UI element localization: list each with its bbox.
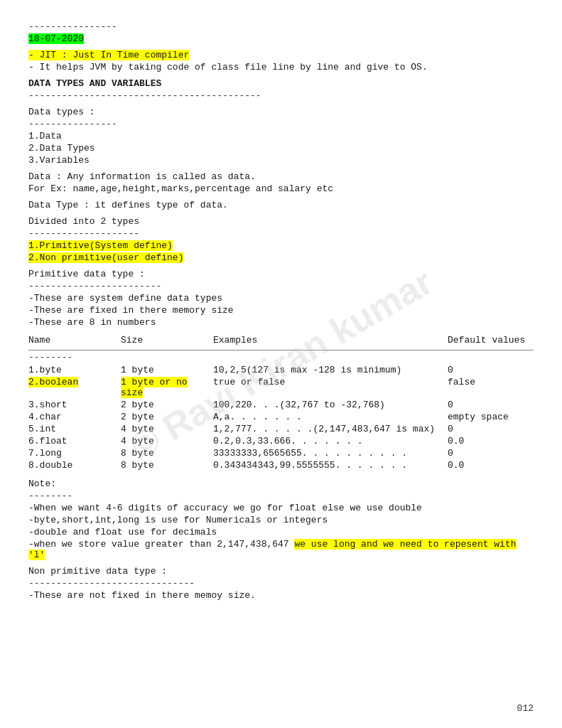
data-type-desc: Data Type : it defines type of data.: [28, 200, 534, 210]
section-title: DATA TYPES AND VARIABLES: [28, 78, 534, 89]
col-name: Name: [28, 333, 121, 347]
cell-examples: true or false: [213, 376, 448, 399]
jit-highlight: - JIT : Just In Time compiler: [28, 50, 189, 60]
cell-size: 1 byte or no size: [121, 376, 213, 399]
table-full-separator: [28, 350, 534, 350]
table-row: 2.boolean 1 byte or no size true or fals…: [28, 376, 534, 399]
cell-name: 2.boolean: [28, 376, 121, 399]
cell-default: 0.0: [448, 435, 534, 447]
jit-label: - JIT : Just In Time compiler: [28, 50, 534, 60]
page-number: 012: [517, 703, 534, 714]
primitive-desc-1: -These are system define data types: [28, 293, 534, 304]
cell-examples: 1,2,777. . . . . .(2,147,483,647 is max): [213, 423, 448, 435]
col-size: Size: [121, 333, 213, 347]
top-separator: ----------------: [28, 21, 534, 32]
non-primitive-highlight: 2.Non primitive(user define): [28, 252, 183, 263]
divided-separator: --------------------: [28, 228, 534, 239]
cell-size: 4 byte: [121, 435, 213, 447]
primitive-separator: ------------------------: [28, 281, 534, 291]
note-item-4: -when we store value greater than 2,147,…: [28, 539, 534, 560]
cell-examples: 10,2,5(127 is max -128 is minimum): [213, 364, 448, 376]
cell-name: 4.char: [28, 411, 121, 423]
table-row: 3.short 2 byte 100,220. . .(32,767 to -3…: [28, 399, 534, 411]
cell-default: 0: [448, 423, 534, 435]
primitive-desc-3: -These are 8 in numbers: [28, 317, 534, 328]
cell-name: 1.byte: [28, 364, 121, 376]
cell-default: empty space: [448, 411, 534, 423]
note-item-2: -byte,short,int,long is use for Numerica…: [28, 515, 534, 525]
cell-default: false: [448, 376, 534, 399]
non-primitive-data-desc: -These are not fixed in there memoy size…: [28, 590, 534, 601]
table-short-sep: --------: [28, 352, 534, 363]
table-row: 8.double 8 byte 0.343434343,99.5555555. …: [28, 459, 534, 471]
non-primitive-label: 2.Non primitive(user define): [28, 252, 534, 263]
col-examples: Examples: [213, 333, 448, 347]
non-primitive-data-separator: ------------------------------: [28, 578, 534, 589]
note-item-3: -double and float use for decimals: [28, 527, 534, 537]
data-types-separator: ----------------: [28, 119, 534, 129]
cell-size: 2 byte: [121, 411, 213, 423]
cell-examples: 0.2,0.3,33.666. . . . . . .: [213, 435, 448, 447]
note-separator: --------: [28, 491, 534, 501]
data-types-label: Data types :: [28, 107, 534, 117]
jit-description: - It helps JVM by taking code of class f…: [28, 62, 534, 73]
cell-name: 3.short: [28, 399, 121, 411]
cell-size: 8 byte: [121, 459, 213, 471]
cell-examples: 0.343434343,99.5555555. . . . . . .: [213, 459, 448, 471]
table-row: 1.byte 1 byte 10,2,5(127 is max -128 is …: [28, 364, 534, 376]
non-primitive-data-label: Non primitive data type :: [28, 566, 534, 577]
note-item-1: -When we want 4-6 digits of accuracy we …: [28, 503, 534, 513]
data-rows-table: 1.byte 1 byte 10,2,5(127 is max -128 is …: [28, 364, 534, 471]
cell-examples: A,a. . . . . . .: [213, 411, 448, 423]
divided-into: Divided into 2 types: [28, 216, 534, 227]
table-row: 5.int 4 byte 1,2,777. . . . . .(2,147,48…: [28, 423, 534, 435]
cell-name: 8.double: [28, 459, 121, 471]
date-block: 18-07-2020: [28, 33, 534, 44]
cell-default: 0: [448, 447, 534, 459]
cell-size: 4 byte: [121, 423, 213, 435]
data-desc-1: Data : Any information is called as data…: [28, 171, 534, 182]
cell-size: 2 byte: [121, 399, 213, 411]
primitive-desc-2: -These are fixed in there memory size: [28, 305, 534, 316]
date-text: 18-07-2020: [28, 33, 84, 44]
note-label: Note:: [28, 478, 534, 489]
cell-name: 7.long: [28, 447, 121, 459]
data-types-table: Name Size Examples Default values: [28, 333, 534, 347]
table-row: 4.char 2 byte A,a. . . . . . . empty spa…: [28, 411, 534, 423]
cell-default: 0: [448, 364, 534, 376]
data-types-list-1: 1.Data: [28, 131, 534, 141]
cell-size: 1 byte: [121, 364, 213, 376]
section-separator: ----------------------------------------…: [28, 90, 534, 101]
table-row: 7.long 8 byte 33333333,6565655. . . . . …: [28, 447, 534, 459]
table-row: 6.float 4 byte 0.2,0.3,33.666. . . . . .…: [28, 435, 534, 447]
cell-name: 5.int: [28, 423, 121, 435]
col-default: Default values: [448, 333, 534, 347]
cell-size: 8 byte: [121, 447, 213, 459]
primitive-highlight: 1.Primitive(System define): [28, 240, 173, 251]
cell-default: 0: [448, 399, 534, 411]
cell-examples: 33333333,6565655. . . . . . . . . .: [213, 447, 448, 459]
cell-name: 6.float: [28, 435, 121, 447]
data-types-list-2: 2.Data Types: [28, 143, 534, 154]
primitive-label: 1.Primitive(System define): [28, 240, 534, 251]
primitive-data-type-label: Primitive data type :: [28, 269, 534, 279]
cell-default: 0.0: [448, 459, 534, 471]
data-desc-2: For Ex: name,age,height,marks,percentage…: [28, 183, 534, 194]
note-item-4-text: -when we store value greater than 2,147,…: [28, 539, 294, 550]
data-types-list-3: 3.Variables: [28, 155, 534, 166]
cell-examples: 100,220. . .(32,767 to -32,768): [213, 399, 448, 411]
table-header-row: Name Size Examples Default values: [28, 333, 534, 347]
